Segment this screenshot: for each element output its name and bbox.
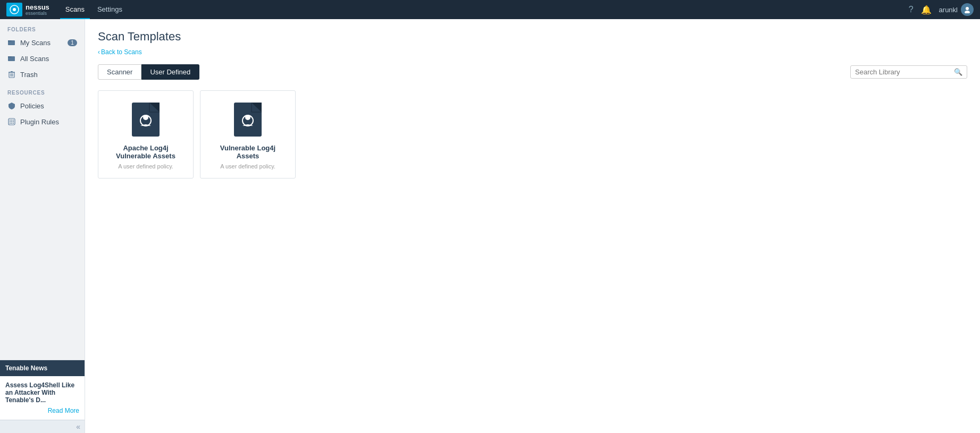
nessus-logo-icon	[10, 5, 19, 14]
username-label: arunkl	[939, 6, 958, 14]
template-card-1-desc: A user defined policy.	[118, 163, 173, 169]
svg-point-27	[245, 115, 250, 120]
topnav-right: ? 🔔 arunkl	[909, 3, 974, 16]
svg-point-16	[10, 121, 11, 122]
template-card-2-desc: A user defined policy.	[220, 163, 275, 169]
all-scans-folder-icon	[7, 54, 16, 63]
back-link-text: Back to Scans	[101, 48, 142, 56]
template-card-2-icon	[233, 101, 263, 138]
svg-point-24	[143, 115, 148, 120]
sidebar-item-plugin-rules[interactable]: Plugin Rules	[0, 114, 85, 130]
plugin-rules-label: Plugin Rules	[20, 118, 77, 126]
search-input[interactable]	[855, 68, 954, 76]
nav-links: Scans Settings	[60, 0, 909, 19]
template-card-1-icon	[131, 101, 161, 138]
svg-point-1	[13, 8, 16, 11]
sidebar-collapse-button[interactable]: «	[0, 420, 85, 433]
template-card-1[interactable]: Apache Log4j Vulnerable Assets A user de…	[98, 90, 194, 179]
svg-point-18	[13, 121, 14, 122]
logo: nessus essentials	[6, 3, 49, 16]
nav-scans[interactable]: Scans	[60, 0, 90, 19]
my-scans-count: 1	[68, 39, 77, 46]
svg-point-19	[10, 123, 11, 124]
svg-point-20	[11, 123, 12, 124]
avatar	[961, 3, 974, 16]
main-content: Scan Templates ‹ Back to Scans Scanner U…	[85, 19, 980, 433]
sidebar-item-policies[interactable]: Policies	[0, 98, 85, 114]
sidebar-bottom: Tenable News Assess Log4Shell Like an At…	[0, 360, 85, 433]
resources-label: RESOURCES	[0, 82, 85, 98]
news-header: Tenable News	[0, 360, 85, 376]
nav-settings[interactable]: Settings	[92, 0, 128, 19]
svg-point-3	[965, 11, 970, 13]
svg-point-2	[966, 7, 969, 10]
sidebar-item-all-scans[interactable]: All Scans	[0, 50, 85, 66]
news-body: Assess Log4Shell Like an Attacker With T…	[0, 376, 85, 420]
svg-point-14	[11, 120, 12, 121]
my-scans-label: My Scans	[20, 39, 63, 47]
back-to-scans-link[interactable]: ‹ Back to Scans	[98, 48, 142, 56]
template-card-2[interactable]: Vulnerable Log4j Assets A user defined p…	[200, 90, 296, 179]
search-icon: 🔍	[954, 68, 962, 76]
plugin-rules-icon	[7, 117, 16, 126]
all-scans-label: All Scans	[20, 55, 77, 63]
trash-label: Trash	[20, 71, 77, 79]
templates-grid: Apache Log4j Vulnerable Assets A user de…	[98, 90, 967, 179]
svg-rect-8	[11, 71, 13, 72]
collapse-icon: «	[76, 422, 80, 431]
user-menu[interactable]: arunkl	[939, 3, 974, 16]
search-box: 🔍	[850, 65, 967, 79]
page-title: Scan Templates	[98, 30, 967, 44]
svg-point-17	[11, 121, 12, 122]
svg-point-13	[10, 120, 11, 121]
template-tabs: Scanner User Defined	[98, 64, 199, 80]
folders-label: FOLDERS	[0, 19, 85, 35]
news-read-more[interactable]: Read More	[5, 407, 79, 414]
logo-box	[6, 3, 22, 16]
policies-label: Policies	[20, 102, 77, 110]
user-avatar-icon	[964, 6, 971, 13]
tabs-search-row: Scanner User Defined 🔍	[98, 64, 967, 80]
template-card-2-name: Vulnerable Log4j Assets	[209, 144, 287, 160]
top-navigation: nessus essentials Scans Settings ? 🔔 aru…	[0, 0, 980, 19]
trash-icon	[7, 70, 16, 79]
svg-point-21	[13, 123, 14, 124]
sidebar: FOLDERS My Scans 1 All Scans Trash RESOU…	[0, 19, 85, 433]
tab-user-defined[interactable]: User Defined	[141, 64, 199, 80]
news-title: Assess Log4Shell Like an Attacker With T…	[5, 381, 79, 404]
help-icon[interactable]: ?	[909, 5, 914, 14]
template-card-1-name: Apache Log4j Vulnerable Assets	[107, 144, 185, 160]
logo-text: nessus essentials	[26, 3, 49, 16]
policies-icon	[7, 101, 16, 110]
sidebar-item-trash[interactable]: Trash	[0, 66, 85, 82]
folder-icon	[7, 38, 16, 47]
bell-icon[interactable]: 🔔	[921, 5, 932, 15]
svg-point-15	[13, 120, 14, 121]
tab-scanner[interactable]: Scanner	[98, 64, 141, 80]
sidebar-item-my-scans[interactable]: My Scans 1	[0, 35, 85, 50]
back-chevron-icon: ‹	[98, 48, 100, 56]
